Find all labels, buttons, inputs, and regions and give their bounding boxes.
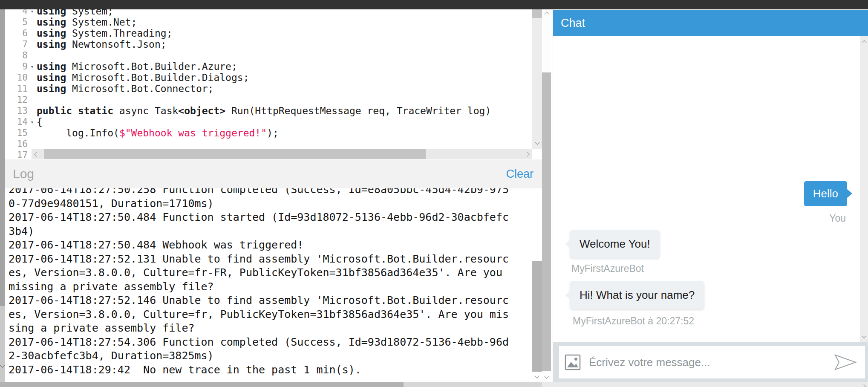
chat-header: Chat: [553, 10, 868, 36]
log-line: 2017-06-14T18:27:52.146 Unable to find a…: [9, 294, 533, 308]
code-line: 10using Microsoft.Bot.Builder.Dialogs;: [5, 72, 532, 83]
chat-scroll-down-button[interactable]: [860, 332, 868, 340]
log-line: missing a private assembly file?: [9, 280, 533, 295]
log-clear-button[interactable]: Clear: [506, 168, 533, 181]
log-line: 3b4): [9, 225, 533, 239]
code-line: 4▾using System;: [5, 9, 532, 17]
chevron-up-icon: [544, 12, 549, 16]
line-number: 15: [5, 128, 28, 138]
bottom-horizontal-scrollbar[interactable]: [0, 382, 868, 387]
chevron-down-icon: [862, 333, 866, 338]
log-line: sing a private assembly file?: [9, 322, 533, 336]
code-text: using Newtonsoft.Json;: [37, 39, 167, 50]
line-number: 16: [5, 139, 28, 149]
log-text: 2017-06-14T18:27:50.258 Function complet…: [9, 188, 533, 377]
line-number: 9: [5, 61, 28, 72]
chat-message-timestamp: MyFirstAzureBot à 20:27:52: [573, 315, 694, 327]
left-scrollbar-down-button[interactable]: [0, 361, 5, 370]
code-line: 7using Newtonsoft.Json;: [5, 39, 532, 50]
upload-image-button[interactable]: [564, 354, 581, 371]
picture-icon: [565, 354, 581, 370]
chevron-right-icon: [525, 152, 529, 156]
chat-scroll-up-button[interactable]: [860, 39, 868, 46]
log-line: 2017-06-14T18:27:50.258 Function complet…: [9, 188, 533, 197]
bubble-tail-right: [847, 189, 852, 198]
chat-message-list: Hello You Welcome You! MyFirstAzureBot H…: [553, 36, 868, 342]
chat-message-text: Welcome You!: [580, 237, 650, 250]
chevron-down-icon: [0, 363, 5, 367]
log-header: Log Clear: [5, 159, 542, 188]
code-line: 12: [5, 94, 532, 105]
log-title: Log: [13, 167, 506, 181]
code-text: using System;: [37, 9, 113, 17]
log-vscroll-down-button[interactable]: [532, 372, 542, 380]
code-text: using Microsoft.Bot.Builder.Azure;: [37, 61, 237, 72]
editor-hscroll-left-button[interactable]: [32, 149, 41, 159]
chevron-left-icon: [34, 152, 39, 156]
chevron-down-icon: [535, 140, 539, 144]
editor-vscroll-down-button[interactable]: [532, 138, 542, 147]
log-line: 2017-06-14T18:27:50.484 Function started…: [9, 211, 533, 225]
chevron-down-icon: [544, 374, 549, 378]
log-line: es, Version=3.8.0.0, Culture=fr, PublicK…: [9, 308, 533, 322]
message-input[interactable]: [588, 355, 832, 370]
azure-function-test-page: { "colors": { "accent_blue": "#3998d8", …: [0, 0, 868, 387]
code-text: using System.Threading;: [37, 28, 173, 39]
chat-bubble-user: Hello: [804, 181, 847, 206]
bottom-hscroll-track[interactable]: [404, 382, 542, 387]
line-number: 17: [5, 150, 28, 159]
code-text: using Microsoft.Bot.Builder.Dialogs;: [37, 72, 249, 83]
line-number: 14: [5, 117, 28, 127]
fold-arrow-icon[interactable]: ▾: [28, 119, 37, 125]
code-text: public static async Task<object> Run(Htt…: [37, 105, 491, 116]
chat-vertical-scrollbar[interactable]: [860, 36, 868, 342]
line-number: 11: [5, 84, 28, 94]
page-scrollbar-thumb[interactable]: [542, 72, 551, 371]
log-vscroll-thumb[interactable]: [532, 261, 542, 372]
code-text: {: [37, 116, 43, 127]
editor-horizontal-scrollbar[interactable]: [32, 149, 532, 159]
bubble-tail-left: [565, 240, 571, 249]
line-number: 12: [5, 95, 28, 105]
code-line: 5using System.Net;: [5, 17, 532, 28]
editor-vscroll-thumb[interactable]: [532, 9, 542, 18]
code-line: 9▾using Microsoft.Bot.Builder.Azure;: [5, 61, 532, 72]
bottom-hscroll-track-right[interactable]: [542, 382, 868, 387]
code-text: using Microsoft.Bot.Connector;: [37, 83, 213, 94]
line-number: 10: [5, 72, 28, 83]
line-number: 4: [5, 9, 28, 16]
chevron-up-icon: [862, 40, 866, 45]
bottom-hscroll-right-button[interactable]: [862, 382, 865, 387]
left-scrollbar-thumb[interactable]: [0, 9, 5, 306]
code-line: 15 log.Info($"Webhook was triggered!");: [5, 127, 532, 139]
left-vertical-scrollbar[interactable]: [0, 9, 5, 382]
chat-input-bar: [553, 342, 868, 382]
bottom-hscroll-thumb[interactable]: [0, 382, 404, 387]
page-scroll-down-button[interactable]: [542, 373, 551, 380]
chat-message-sender: MyFirstAzureBot: [571, 263, 644, 274]
log-vertical-scrollbar[interactable]: [532, 188, 542, 382]
line-number: 7: [5, 39, 28, 49]
log-line: 2017-06-14T18:27:52.131 Unable to find a…: [9, 253, 533, 267]
code-lines: 4▾using System;5using System.Net;6using …: [5, 9, 532, 159]
code-line: 16: [5, 139, 532, 150]
chat-message-text: Hello: [813, 187, 838, 200]
editor-hscroll-thumb[interactable]: [44, 149, 426, 159]
top-dark-bar: [0, 0, 868, 9]
log-line: 2017-06-14T18:27:50.484 Webhook was trig…: [9, 239, 533, 253]
code-editor[interactable]: 4▾using System;5using System.Net;6using …: [5, 9, 542, 159]
chat-message-sender: You: [829, 213, 846, 224]
send-button[interactable]: [832, 352, 858, 372]
code-text: using System.Net;: [37, 17, 137, 28]
chevron-down-icon: [534, 373, 539, 378]
editor-hscroll-right-button[interactable]: [523, 149, 531, 159]
page-vertical-scrollbar[interactable]: [542, 9, 551, 382]
editor-vertical-scrollbar[interactable]: [532, 9, 542, 149]
log-line: 2-30acbfefc3b4, Duration=3825ms): [9, 349, 533, 364]
page-scroll-up-button[interactable]: [542, 10, 551, 18]
code-line: 8: [5, 50, 532, 61]
fold-arrow-icon[interactable]: ▾: [28, 64, 37, 70]
line-number: 8: [5, 50, 28, 61]
log-line: 0-77d9e9480151, Duration=1710ms): [9, 197, 533, 211]
fold-arrow-icon[interactable]: ▾: [28, 9, 37, 14]
